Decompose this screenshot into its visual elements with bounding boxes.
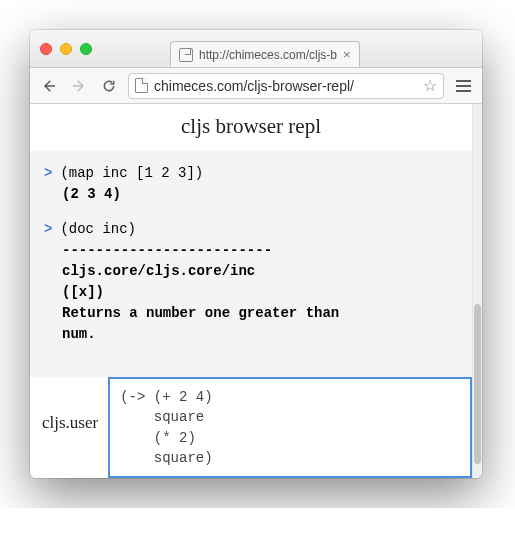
history-result: (2 3 4) [44, 184, 458, 205]
chrome-menu-button[interactable] [452, 75, 474, 97]
doc-description: Returns a number one greater thannum. [44, 303, 458, 345]
close-tab-icon[interactable]: × [343, 48, 351, 61]
browser-tab[interactable]: http://chimeces.com/cljs-b × [170, 41, 360, 67]
history-entry: > (doc inc) ------------------------- cl… [44, 219, 458, 345]
reload-icon [101, 78, 117, 94]
reload-button[interactable] [98, 75, 120, 97]
hamburger-icon [456, 80, 471, 92]
prompt-icon: > [44, 163, 52, 184]
history-input: (doc inc) [60, 219, 136, 240]
bookmark-star-icon[interactable]: ☆ [423, 76, 437, 95]
back-button[interactable] [38, 75, 60, 97]
doc-arglist: ([x]) [44, 282, 458, 303]
history-entry: > (map inc [1 2 3]) (2 3 4) [44, 163, 458, 205]
browser-window: http://chimeces.com/cljs-b × chimeces.co… [30, 30, 482, 478]
page-title: cljs browser repl [30, 104, 472, 151]
history-input: (map inc [1 2 3]) [60, 163, 203, 184]
scroll-thumb[interactable] [474, 304, 481, 464]
repl-input-row: cljs.user (-> (+ 2 4) square (* 2) squar… [30, 377, 472, 478]
arrow-right-icon [71, 78, 87, 94]
page-content: cljs browser repl > (map inc [1 2 3]) (2… [30, 104, 482, 478]
repl-input[interactable]: (-> (+ 2 4) square (* 2) square) [108, 377, 472, 478]
page-icon [135, 78, 148, 93]
tab-title: http://chimeces.com/cljs-b [199, 48, 337, 62]
browser-tabbar: http://chimeces.com/cljs-b × [30, 41, 482, 67]
doc-name: cljs.core/cljs.core/inc [44, 261, 458, 282]
window-titlebar: http://chimeces.com/cljs-b × [30, 30, 482, 68]
url-text: chimeces.com/cljs-browser-repl/ [154, 78, 417, 94]
prompt-icon: > [44, 219, 52, 240]
arrow-left-icon [41, 78, 57, 94]
file-icon [179, 48, 193, 62]
doc-separator: ------------------------- [44, 240, 458, 261]
vertical-scrollbar[interactable] [472, 104, 482, 478]
namespace-label: cljs.user [30, 377, 108, 478]
browser-toolbar: chimeces.com/cljs-browser-repl/ ☆ [30, 68, 482, 104]
forward-button[interactable] [68, 75, 90, 97]
address-bar[interactable]: chimeces.com/cljs-browser-repl/ ☆ [128, 73, 444, 99]
repl-history: > (map inc [1 2 3]) (2 3 4) > (doc inc) … [30, 151, 472, 377]
